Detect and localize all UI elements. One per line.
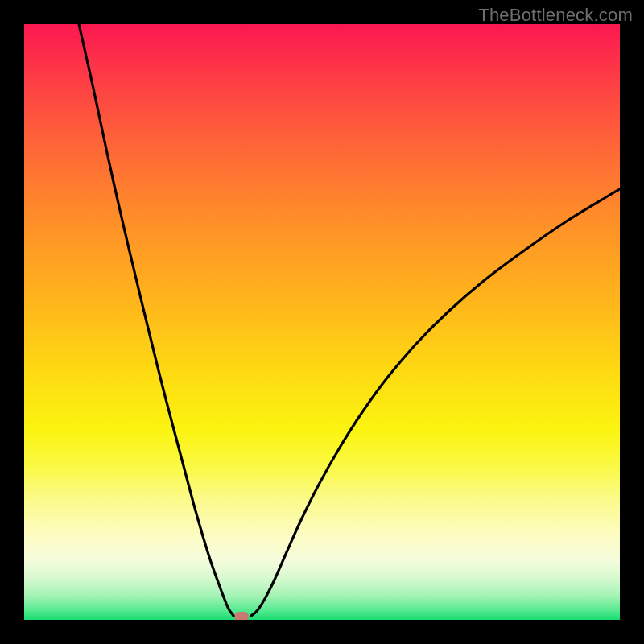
chart-frame: TheBottleneck.com xyxy=(0,0,644,644)
curve-left-branch xyxy=(79,24,233,616)
plot-area xyxy=(24,24,620,620)
curve-right-branch xyxy=(251,189,620,616)
watermark-text: TheBottleneck.com xyxy=(478,5,633,26)
bottleneck-curve xyxy=(24,24,620,620)
